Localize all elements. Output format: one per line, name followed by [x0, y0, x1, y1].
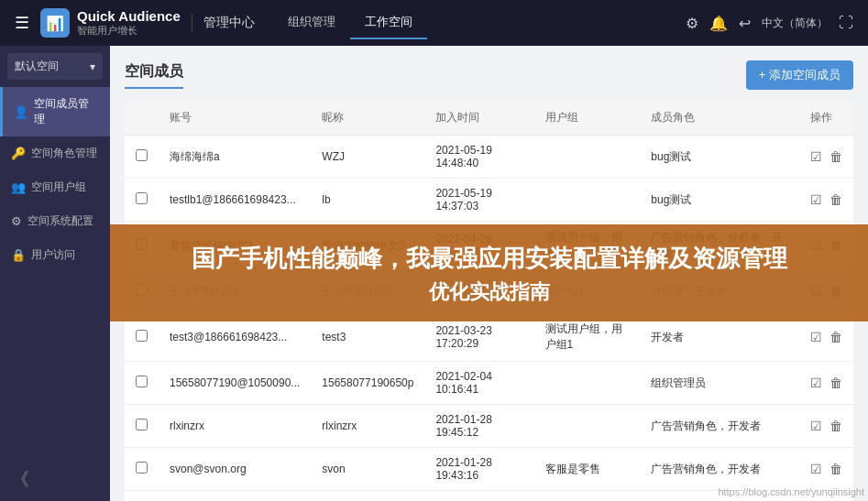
roles-icon: 🔑 [11, 147, 26, 160]
row-role: 组织管理员 [640, 362, 799, 405]
tab-org[interactable]: 组织管理 [273, 6, 350, 39]
edit-icon[interactable]: ☑ [810, 192, 822, 207]
app-subtitle: 智能用户增长 [77, 24, 181, 38]
row-account: 海绵海绵a [159, 136, 311, 179]
row-role: bug测试 [640, 179, 799, 222]
table-header-row: 账号 昵称 加入时间 用户组 成员角色 操作 [125, 101, 853, 136]
row-nickname: tb4047491_2012 [311, 491, 424, 502]
nav-tabs: 组织管理 工作空间 [273, 6, 427, 39]
delete-icon[interactable]: 🗑 [830, 192, 842, 207]
settings-icon[interactable]: ⚙ [686, 15, 698, 32]
row-checkbox[interactable] [136, 192, 148, 204]
sidebar-item-sysconfig-label: 空间系统配置 [27, 213, 93, 229]
row-nickname: 15658077190650p [311, 362, 424, 405]
sidebar-item-members[interactable]: 👤 空间成员管理 [0, 87, 110, 136]
row-role: 广告营销角色，开发者 [640, 405, 799, 448]
tab-workspace[interactable]: 工作空间 [350, 6, 427, 39]
usergroups-icon: 👥 [11, 180, 26, 194]
row-account: svon@svon.org [159, 448, 311, 491]
sidebar-item-useraccess[interactable]: 🔒 用户访问 [0, 238, 110, 272]
delete-icon[interactable]: 🗑 [830, 419, 842, 433]
content-header: 空间成员 + 添加空间成员 [125, 60, 853, 90]
sidebar-item-members-label: 空间成员管理 [34, 96, 99, 127]
watermark: https://blog.csdn.net/yunqiinsight [718, 486, 864, 497]
add-member-button[interactable]: + 添加空间成员 [746, 60, 853, 90]
row-account: testlb1@186661698423... [159, 179, 311, 222]
row-checkbox[interactable] [136, 330, 148, 342]
logo-text-wrap: Quick Audience 智能用户增长 [77, 8, 181, 38]
language-selector[interactable]: 中文（简体） [762, 16, 828, 31]
workspace-selector[interactable]: 默认空间 ▾ [7, 53, 103, 80]
row-nickname: WZJ [311, 136, 424, 179]
row-join-time: 2021-01-28 19:42:55 [424, 491, 533, 502]
edit-icon[interactable]: ☑ [810, 149, 822, 164]
app-name: Quick Audience [77, 8, 181, 24]
row-join-time: 2021-01-28 19:45:12 [424, 405, 533, 448]
row-user-group [534, 491, 641, 502]
workspace-label: 默认空间 [15, 59, 59, 74]
row-join-time: 2021-05-19 14:48:40 [424, 136, 533, 179]
row-checkbox[interactable] [136, 419, 148, 430]
collapse-icon: 《 [11, 469, 29, 489]
row-role: bug测试 [640, 136, 799, 179]
table-row: rlxinzrx rlxinzrx 2021-01-28 19:45:12 广告… [125, 405, 853, 448]
row-user-group [534, 179, 641, 222]
row-account: rlxinzrx [159, 405, 311, 448]
top-nav: ☰ 📊 Quick Audience 智能用户增长 管理中心 组织管理 工作空间… [0, 0, 868, 46]
banner-title: 国产手机性能巅峰，我最强应用安装配置详解及资源管理 [128, 241, 850, 277]
sidebar-item-sysconfig[interactable]: ⚙ 空间系统配置 [0, 204, 110, 238]
delete-icon[interactable]: 🗑 [830, 149, 842, 164]
row-user-group [534, 136, 641, 179]
row-actions: ☑ 🗑 [799, 448, 853, 491]
overlay-banner: 国产手机性能巅峰，我最强应用安装配置详解及资源管理 优化实战指南 [110, 224, 868, 321]
sidebar-collapse[interactable]: 《 [0, 458, 110, 501]
row-role: 广告营销角色，开发者 [640, 448, 799, 491]
logo: 📊 Quick Audience 智能用户增长 [40, 8, 181, 38]
nav-center: 管理中心 [203, 15, 255, 31]
row-actions: ☑ 🗑 [799, 405, 853, 448]
row-user-group [534, 362, 641, 405]
logo-icon: 📊 [40, 8, 70, 38]
table-row: 海绵海绵a WZJ 2021-05-19 14:48:40 bug测试 ☑ 🗑 [125, 136, 853, 179]
row-checkbox[interactable] [136, 376, 148, 387]
row-join-time: 2021-05-19 14:37:03 [424, 179, 533, 222]
col-join-time: 加入时间 [424, 101, 533, 136]
delete-icon[interactable]: 🗑 [830, 376, 842, 390]
useraccess-icon: 🔒 [11, 248, 26, 262]
edit-icon[interactable]: ☑ [810, 462, 822, 476]
banner-subtitle: 优化实战指南 [128, 277, 850, 307]
table-row: svon@svon.org svon 2021-01-28 19:43:16 客… [125, 448, 853, 491]
delete-icon[interactable]: 🗑 [830, 330, 842, 344]
row-nickname: rlxinzrx [311, 405, 424, 448]
row-actions: ☑ 🗑 [799, 362, 853, 405]
fullscreen-icon[interactable]: ⛶ [839, 15, 853, 31]
row-account: 15658077190@1050090... [159, 362, 311, 405]
bell-icon[interactable]: 🔔 [709, 15, 728, 32]
row-join-time: 2021-01-28 19:43:16 [424, 448, 533, 491]
row-nickname: svon [311, 448, 424, 491]
nav-right: ⚙ 🔔 ↩ 中文（简体） ⛶ [686, 15, 853, 32]
sidebar: 默认空间 ▾ 👤 空间成员管理 🔑 空间角色管理 👥 空间用户组 ⚙ 空间系统配… [0, 46, 110, 501]
members-icon: 👤 [14, 105, 28, 119]
edit-icon[interactable]: ☑ [810, 419, 822, 433]
sidebar-item-usergroups[interactable]: 👥 空间用户组 [0, 170, 110, 204]
row-user-group [534, 405, 641, 448]
col-nickname: 昵称 [311, 101, 424, 136]
back-icon[interactable]: ↩ [739, 15, 751, 32]
col-account: 账号 [159, 101, 311, 136]
hamburger-icon[interactable]: ☰ [15, 13, 29, 33]
chevron-down-icon: ▾ [90, 60, 95, 73]
page-title: 空间成员 [125, 62, 183, 89]
sysconfig-icon: ⚙ [11, 214, 22, 228]
row-checkbox-cell [125, 362, 159, 405]
sidebar-item-roles[interactable]: 🔑 空间角色管理 [0, 136, 110, 170]
row-nickname: lb [311, 179, 424, 222]
row-checkbox[interactable] [136, 149, 148, 161]
row-checkbox-cell [125, 405, 159, 448]
row-checkbox[interactable] [136, 462, 148, 474]
row-checkbox-cell [125, 179, 159, 222]
edit-icon[interactable]: ☑ [810, 376, 822, 390]
delete-icon[interactable]: 🗑 [830, 462, 842, 476]
col-action: 操作 [799, 101, 853, 136]
edit-icon[interactable]: ☑ [810, 330, 822, 344]
